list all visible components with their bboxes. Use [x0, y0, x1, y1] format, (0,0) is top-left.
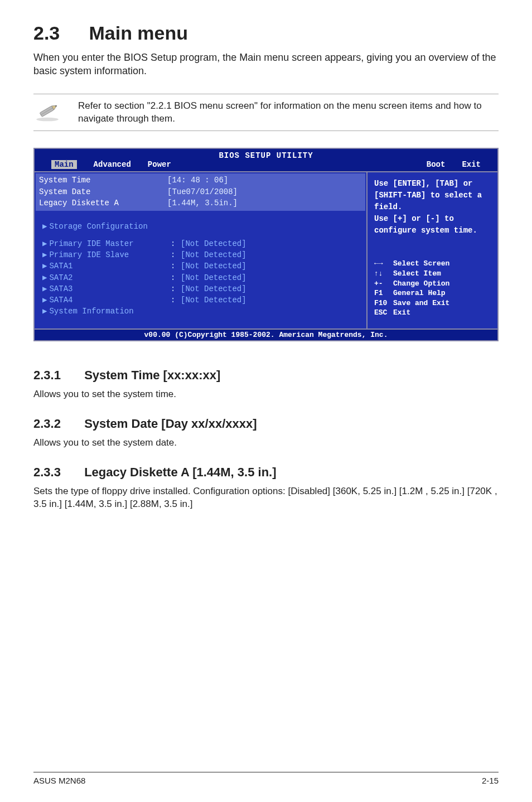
key-desc: Select Screen: [393, 259, 449, 268]
note-text: Refer to section "2.2.1 BIOS menu screen…: [78, 100, 499, 125]
section-body: Sets the type of floppy drive installed.…: [33, 485, 499, 511]
heading-number: 2.3: [33, 22, 84, 44]
key: ←→: [374, 259, 393, 269]
section-heading: 2.3.3 Legacy Diskette A [1.44M, 3.5 in.]: [33, 465, 499, 480]
key: ESC: [374, 308, 393, 318]
row-sysinfo[interactable]: ▶System Information: [42, 306, 359, 317]
label-storage-config: Storage Configuration: [49, 222, 147, 231]
page-footer: ASUS M2N68 2-15: [33, 772, 499, 785]
tab-boot[interactable]: Boot: [427, 160, 446, 169]
section-num: 2.3.3: [33, 465, 81, 480]
bios-body: System Time [14: 48 : 06] System Date [T…: [35, 171, 497, 328]
arrow-icon: ▶: [42, 250, 47, 259]
tab-main[interactable]: Main: [51, 160, 77, 169]
section-heading: 2.3.2 System Date [Day xx/xx/xxxx]: [33, 417, 499, 431]
value-system-date: [Tue07/01/2008]: [167, 186, 238, 197]
row-sata4[interactable]: ▶SATA4 : [Not Detected]: [42, 294, 359, 306]
arrow-icon: ▶: [42, 222, 47, 231]
label-sata2: SATA2: [49, 273, 72, 282]
section-body: Allows you to set the system time.: [33, 388, 499, 401]
label-ide-master: Primary IDE Master: [49, 239, 133, 248]
section-body: Allows you to set the system date.: [33, 437, 499, 450]
key: F1: [374, 288, 393, 298]
section-title: Legacy Diskette A [1.44M, 3.5 in.]: [84, 465, 276, 479]
key-desc: Change Option: [393, 279, 449, 288]
section-num: 2.3.2: [33, 417, 81, 431]
tab-power[interactable]: Power: [148, 160, 171, 169]
bios-tab-bar: Main Advanced Power Boot Exit: [35, 160, 497, 171]
row-sata3[interactable]: ▶SATA3 : [Not Detected]: [42, 283, 359, 294]
row-system-time[interactable]: System Time [14: 48 : 06]: [39, 175, 362, 186]
key-desc: Exit: [393, 308, 410, 317]
arrow-icon: ▶: [42, 284, 47, 293]
label-system-date: System Date: [39, 186, 167, 197]
label-sysinfo: System Information: [49, 307, 133, 316]
value-ide-master: [Not Detected]: [181, 238, 246, 249]
row-storage-config[interactable]: ▶Storage Configuration: [42, 221, 359, 232]
bios-sys-block: System Time [14: 48 : 06] System Date [T…: [36, 173, 365, 211]
bios-footer: v00.00 (C)Copyright 1985-2002. American …: [35, 328, 497, 340]
key: +-: [374, 279, 393, 289]
row-sata2[interactable]: ▶SATA2 : [Not Detected]: [42, 272, 359, 283]
page-heading: 2.3 Main menu: [33, 22, 499, 44]
value-sata3: [Not Detected]: [181, 283, 246, 294]
key-desc: Select Item: [393, 269, 441, 278]
intro-text: When you enter the BIOS Setup program, t…: [33, 51, 499, 78]
footer-left: ASUS M2N68: [33, 776, 85, 785]
pencil-icon: [33, 100, 78, 125]
row-system-date[interactable]: System Date [Tue07/01/2008]: [39, 186, 362, 197]
footer-right: 2-15: [482, 776, 499, 785]
label-legacy: Legacy Diskette A: [39, 197, 167, 209]
arrow-icon: ▶: [42, 262, 47, 270]
label-sata1: SATA1: [49, 262, 72, 270]
section-title: System Date [Day xx/xx/xxxx]: [84, 417, 257, 431]
svg-point-0: [36, 117, 59, 121]
tab-exit[interactable]: Exit: [462, 160, 481, 169]
bios-help-pane: Use [ENTER], [TAB] or [SHIFT-TAB] to sel…: [366, 172, 497, 328]
bios-left-pane: System Time [14: 48 : 06] System Date [T…: [35, 172, 366, 328]
label-sata3: SATA3: [49, 284, 72, 293]
arrow-icon: ▶: [42, 296, 47, 305]
note-block: Refer to section "2.2.1 BIOS menu screen…: [33, 94, 499, 132]
bios-help-text: Use [ENTER], [TAB] or [SHIFT-TAB] to sel…: [374, 178, 491, 236]
label-ide-slave: Primary IDE Slave: [49, 250, 129, 259]
row-sata1[interactable]: ▶SATA1 : [Not Detected]: [42, 260, 359, 272]
bios-key-legend: ←→Select Screen ↑↓Select Item +-Change O…: [374, 259, 491, 317]
section-num: 2.3.1: [33, 368, 81, 383]
value-sata2: [Not Detected]: [181, 272, 246, 283]
value-legacy: [1.44M, 3.5in.]: [167, 197, 238, 209]
key: ↑↓: [374, 269, 393, 279]
label-system-time: System Time: [39, 175, 167, 186]
tab-advanced[interactable]: Advanced: [94, 160, 131, 169]
key: F10: [374, 298, 393, 308]
value-system-time: [14: 48 : 06]: [167, 175, 228, 186]
arrow-icon: ▶: [42, 273, 47, 282]
row-legacy-diskette[interactable]: Legacy Diskette A [1.44M, 3.5in.]: [39, 197, 362, 209]
row-ide-slave[interactable]: ▶Primary IDE Slave : [Not Detected]: [42, 249, 359, 260]
arrow-icon: ▶: [42, 307, 47, 316]
value-sata4: [Not Detected]: [181, 294, 246, 306]
value-ide-slave: [Not Detected]: [181, 249, 246, 260]
label-sata4: SATA4: [49, 296, 72, 305]
value-sata1: [Not Detected]: [181, 260, 246, 272]
row-ide-master[interactable]: ▶Primary IDE Master : [Not Detected]: [42, 238, 359, 249]
heading-title: Main menu: [89, 22, 188, 44]
key-desc: General Help: [393, 289, 446, 297]
section-title: System Time [xx:xx:xx]: [84, 368, 220, 382]
bios-screenshot: BIOS SETUP UTILITY Main Advanced Power B…: [33, 148, 499, 341]
section-heading: 2.3.1 System Time [xx:xx:xx]: [33, 368, 499, 383]
bios-title: BIOS SETUP UTILITY: [35, 149, 497, 160]
key-desc: Save and Exit: [393, 299, 449, 307]
arrow-icon: ▶: [42, 239, 47, 248]
